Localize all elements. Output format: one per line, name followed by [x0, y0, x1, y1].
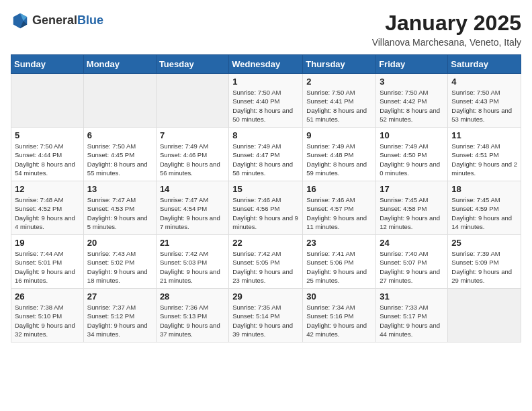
day-number: 15: [232, 184, 299, 194]
page-header: GeneralBlue January 2025 Villanova March…: [11, 11, 521, 48]
day-info: Sunrise: 7:49 AMSunset: 4:48 PMDaylight:…: [306, 142, 372, 177]
calendar-week-row: 19Sunrise: 7:44 AMSunset: 5:01 PMDayligh…: [11, 235, 521, 289]
day-number: 3: [380, 77, 444, 87]
day-of-week-header: Wednesday: [229, 55, 303, 74]
day-info: Sunrise: 7:42 AMSunset: 5:05 PMDaylight:…: [232, 249, 299, 285]
title-block: January 2025 Villanova Marchesana, Venet…: [372, 11, 521, 48]
calendar-day-cell: 8Sunrise: 7:49 AMSunset: 4:47 PMDaylight…: [229, 128, 303, 181]
calendar-day-cell: 4Sunrise: 7:50 AMSunset: 4:43 PMDaylight…: [448, 74, 521, 128]
day-number: 8: [232, 130, 299, 140]
calendar-day-cell: 5Sunrise: 7:50 AMSunset: 4:44 PMDaylight…: [11, 128, 84, 181]
day-number: 1: [232, 77, 299, 87]
day-info: Sunrise: 7:50 AMSunset: 4:44 PMDaylight:…: [15, 142, 80, 177]
day-info: Sunrise: 7:37 AMSunset: 5:12 PMDaylight:…: [87, 303, 152, 338]
day-number: 23: [306, 238, 372, 248]
day-number: 10: [380, 130, 444, 140]
day-number: 4: [451, 77, 517, 87]
calendar-day-cell: 14Sunrise: 7:47 AMSunset: 4:54 PMDayligh…: [156, 181, 228, 235]
calendar-day-cell: [83, 74, 156, 128]
calendar-day-cell: 13Sunrise: 7:47 AMSunset: 4:53 PMDayligh…: [83, 181, 156, 235]
day-info: Sunrise: 7:43 AMSunset: 5:02 PMDaylight:…: [87, 249, 152, 285]
calendar-week-row: 5Sunrise: 7:50 AMSunset: 4:44 PMDaylight…: [11, 128, 521, 181]
day-number: 27: [87, 291, 152, 302]
calendar-day-cell: 29Sunrise: 7:35 AMSunset: 5:14 PMDayligh…: [229, 289, 303, 342]
calendar-day-cell: 31Sunrise: 7:33 AMSunset: 5:17 PMDayligh…: [376, 289, 448, 342]
day-info: Sunrise: 7:49 AMSunset: 4:46 PMDaylight:…: [160, 142, 225, 177]
calendar-day-cell: [156, 74, 228, 128]
calendar-day-cell: 26Sunrise: 7:38 AMSunset: 5:10 PMDayligh…: [11, 289, 84, 342]
day-number: 9: [306, 130, 372, 140]
day-info: Sunrise: 7:49 AMSunset: 4:47 PMDaylight:…: [232, 142, 299, 177]
calendar-table: SundayMondayTuesdayWednesdayThursdayFrid…: [11, 54, 521, 342]
logo: GeneralBlue: [11, 11, 103, 30]
calendar-day-cell: [448, 289, 521, 342]
day-info: Sunrise: 7:49 AMSunset: 4:50 PMDaylight:…: [380, 142, 444, 177]
day-info: Sunrise: 7:46 AMSunset: 4:56 PMDaylight:…: [232, 195, 299, 231]
day-number: 29: [232, 291, 299, 302]
calendar-day-cell: [11, 74, 84, 128]
day-info: Sunrise: 7:50 AMSunset: 4:43 PMDaylight:…: [451, 88, 517, 124]
day-of-week-header: Tuesday: [156, 55, 228, 74]
calendar-week-row: 12Sunrise: 7:48 AMSunset: 4:52 PMDayligh…: [11, 181, 521, 235]
location-title: Villanova Marchesana, Veneto, Italy: [372, 37, 521, 48]
day-info: Sunrise: 7:39 AMSunset: 5:09 PMDaylight:…: [451, 249, 517, 285]
logo-blue: Blue: [77, 13, 103, 27]
day-number: 12: [15, 184, 80, 194]
calendar-day-cell: 22Sunrise: 7:42 AMSunset: 5:05 PMDayligh…: [229, 235, 303, 289]
day-info: Sunrise: 7:50 AMSunset: 4:45 PMDaylight:…: [87, 142, 152, 177]
day-number: 25: [451, 238, 517, 248]
calendar-day-cell: 7Sunrise: 7:49 AMSunset: 4:46 PMDaylight…: [156, 128, 228, 181]
day-number: 31: [380, 291, 444, 302]
calendar-day-cell: 19Sunrise: 7:44 AMSunset: 5:01 PMDayligh…: [11, 235, 84, 289]
calendar-day-cell: 1Sunrise: 7:50 AMSunset: 4:40 PMDaylight…: [229, 74, 303, 128]
day-of-week-header: Sunday: [11, 55, 84, 74]
day-info: Sunrise: 7:45 AMSunset: 4:59 PMDaylight:…: [451, 195, 517, 231]
calendar-day-cell: 21Sunrise: 7:42 AMSunset: 5:03 PMDayligh…: [156, 235, 228, 289]
day-info: Sunrise: 7:48 AMSunset: 4:52 PMDaylight:…: [15, 195, 80, 231]
day-number: 13: [87, 184, 152, 194]
calendar-day-cell: 20Sunrise: 7:43 AMSunset: 5:02 PMDayligh…: [83, 235, 156, 289]
svg-marker-0: [13, 13, 28, 28]
calendar-day-cell: 9Sunrise: 7:49 AMSunset: 4:48 PMDaylight…: [303, 128, 376, 181]
logo-icon: [11, 11, 30, 30]
day-info: Sunrise: 7:47 AMSunset: 4:53 PMDaylight:…: [87, 195, 152, 231]
day-info: Sunrise: 7:50 AMSunset: 4:40 PMDaylight:…: [232, 88, 299, 124]
day-number: 5: [15, 130, 80, 140]
day-of-week-header: Friday: [376, 55, 448, 74]
calendar-header-row: SundayMondayTuesdayWednesdayThursdayFrid…: [11, 55, 521, 74]
calendar-day-cell: 28Sunrise: 7:36 AMSunset: 5:13 PMDayligh…: [156, 289, 228, 342]
month-title: January 2025: [372, 11, 521, 36]
calendar-day-cell: 16Sunrise: 7:46 AMSunset: 4:57 PMDayligh…: [303, 181, 376, 235]
calendar-day-cell: 18Sunrise: 7:45 AMSunset: 4:59 PMDayligh…: [448, 181, 521, 235]
calendar-day-cell: 3Sunrise: 7:50 AMSunset: 4:42 PMDaylight…: [376, 74, 448, 128]
day-number: 19: [15, 238, 80, 248]
day-info: Sunrise: 7:34 AMSunset: 5:16 PMDaylight:…: [306, 303, 372, 338]
calendar-day-cell: 27Sunrise: 7:37 AMSunset: 5:12 PMDayligh…: [83, 289, 156, 342]
day-number: 24: [380, 238, 444, 248]
day-info: Sunrise: 7:44 AMSunset: 5:01 PMDaylight:…: [15, 249, 80, 285]
calendar-day-cell: 17Sunrise: 7:45 AMSunset: 4:58 PMDayligh…: [376, 181, 448, 235]
day-of-week-header: Saturday: [448, 55, 521, 74]
day-info: Sunrise: 7:42 AMSunset: 5:03 PMDaylight:…: [160, 249, 225, 285]
day-info: Sunrise: 7:48 AMSunset: 4:51 PMDaylight:…: [451, 142, 517, 177]
day-number: 2: [306, 77, 372, 87]
day-number: 14: [160, 184, 225, 194]
calendar-day-cell: 10Sunrise: 7:49 AMSunset: 4:50 PMDayligh…: [376, 128, 448, 181]
day-number: 28: [160, 291, 225, 302]
day-info: Sunrise: 7:47 AMSunset: 4:54 PMDaylight:…: [160, 195, 225, 231]
day-info: Sunrise: 7:35 AMSunset: 5:14 PMDaylight:…: [232, 303, 299, 338]
day-info: Sunrise: 7:33 AMSunset: 5:17 PMDaylight:…: [380, 303, 444, 338]
day-info: Sunrise: 7:46 AMSunset: 4:57 PMDaylight:…: [306, 195, 372, 231]
day-of-week-header: Monday: [83, 55, 156, 74]
day-number: 30: [306, 291, 372, 302]
day-number: 20: [87, 238, 152, 248]
day-info: Sunrise: 7:50 AMSunset: 4:42 PMDaylight:…: [380, 88, 444, 124]
day-info: Sunrise: 7:40 AMSunset: 5:07 PMDaylight:…: [380, 249, 444, 285]
day-number: 6: [87, 130, 152, 140]
day-number: 22: [232, 238, 299, 248]
day-number: 21: [160, 238, 225, 248]
calendar-week-row: 26Sunrise: 7:38 AMSunset: 5:10 PMDayligh…: [11, 289, 521, 342]
day-number: 11: [451, 130, 517, 140]
day-number: 17: [380, 184, 444, 194]
calendar-day-cell: 2Sunrise: 7:50 AMSunset: 4:41 PMDaylight…: [303, 74, 376, 128]
